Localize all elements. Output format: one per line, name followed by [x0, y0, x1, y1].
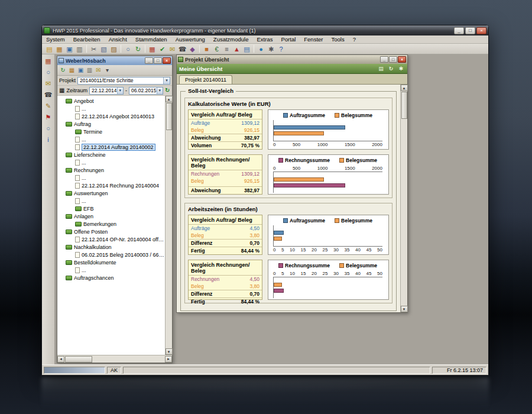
open-icon[interactable]: ▦ — [67, 66, 76, 75]
paste-icon[interactable]: ▨ — [109, 44, 119, 54]
tree-item[interactable]: 22.12.2014 Angebot 20140013 — [57, 112, 165, 120]
menu-item-tools[interactable]: Tools — [327, 35, 349, 44]
phone-icon[interactable]: ☎ — [43, 90, 54, 99]
tree-item[interactable]: Bemerkungen — [57, 220, 165, 228]
tree-item[interactable]: Rechnungen — [57, 166, 165, 174]
tree-item[interactable]: ... — [57, 174, 165, 182]
tree-item[interactable]: EFB — [57, 205, 165, 212]
scroll-left-icon[interactable]: ◄ — [57, 356, 64, 363]
tree-item[interactable]: Lieferscheine — [57, 151, 165, 159]
overview-window-titlebar[interactable]: Projekt Übersicht _ □ × — [177, 55, 407, 64]
print-icon[interactable]: ▥ — [74, 44, 85, 54]
clock-icon[interactable]: ○ — [43, 67, 54, 77]
tree-item[interactable]: Angebot — [57, 97, 165, 105]
close-button[interactable]: × — [476, 27, 486, 34]
scroll-right-icon[interactable]: ► — [165, 356, 172, 363]
chevron-down-icon[interactable]: ▾ — [157, 88, 163, 94]
refresh-icon[interactable]: ↻ — [59, 66, 67, 75]
minimize-button[interactable]: _ — [380, 56, 388, 63]
tree-item[interactable]: 22.12.2014 Auftrag 20140002 — [57, 143, 165, 151]
close-button[interactable]: × — [398, 56, 406, 63]
menu-item-extras[interactable]: Extras — [253, 35, 277, 44]
close-button[interactable]: × — [163, 57, 171, 64]
flag-icon[interactable]: ⚑ — [43, 112, 54, 122]
menu-item-portal[interactable]: Portal — [277, 35, 300, 44]
tasks-icon[interactable]: ✔ — [157, 44, 167, 54]
titlebar[interactable]: HWP 2015 Professional - Das innovative H… — [42, 25, 488, 35]
tree-horizontal-scrollbar[interactable]: ◄ ► — [57, 355, 172, 363]
contacts-icon[interactable]: ◆ — [187, 44, 197, 54]
mail-icon[interactable]: ✉ — [43, 79, 54, 88]
cut-icon[interactable]: ✂ — [89, 44, 99, 54]
overview-scrollbar[interactable]: ▲ ▼ — [400, 85, 407, 312]
menu-item-stammdaten[interactable]: Stammdaten — [131, 35, 171, 44]
scroll-down-icon[interactable]: ▼ — [401, 306, 408, 312]
tree-item[interactable]: Offene Posten — [57, 228, 165, 235]
menu-item-auswertung[interactable]: Auswertung — [171, 35, 209, 44]
tree-item[interactable]: Nachkalkulation — [57, 243, 165, 251]
phone-icon[interactable]: ☎ — [177, 44, 187, 54]
menu-item-fenster[interactable]: Fenster — [300, 35, 327, 44]
date-from-input[interactable]: 22.12.2014 ▾ — [89, 87, 124, 95]
calendar-icon[interactable]: ▦ — [43, 56, 54, 66]
tree-item[interactable]: ... — [57, 197, 165, 205]
project-window-titlebar[interactable]: Weber/Hösbach _ □ × — [57, 56, 172, 65]
chevron-down-icon[interactable]: ▾ — [163, 77, 170, 84]
filter-icon[interactable]: ▾ — [103, 66, 112, 75]
menu-item-system[interactable]: System — [42, 35, 69, 44]
info-icon[interactable]: i — [43, 135, 54, 144]
calendar-icon[interactable]: ▦ — [147, 44, 157, 54]
refresh-icon[interactable]: ↻ — [165, 87, 170, 94]
scroll-up-icon[interactable]: ▲ — [166, 96, 173, 102]
menu-item-?[interactable]: ? — [349, 35, 360, 44]
tree-item[interactable]: ... — [57, 159, 165, 166]
tree-vertical-scrollbar[interactable]: ▲ ▼ — [165, 96, 172, 355]
scrollbar-thumb[interactable] — [65, 356, 92, 363]
mail-icon[interactable]: ✉ — [94, 66, 103, 75]
chart-icon[interactable]: ▲ — [232, 44, 242, 54]
help-icon[interactable]: ? — [276, 44, 286, 54]
tree-item[interactable]: 06.02.2015 Beleg 20140003 / 665,20 EUR — [57, 251, 165, 258]
chevron-down-icon[interactable]: ▾ — [117, 88, 123, 94]
tree-item[interactable]: Anlagen — [57, 212, 165, 220]
tree-item[interactable]: Auswertungen — [57, 189, 165, 197]
tree-item[interactable]: ... — [57, 135, 165, 143]
maximize-button[interactable]: □ — [465, 27, 475, 34]
search-icon[interactable]: ○ — [43, 124, 54, 133]
note-icon[interactable]: ✎ — [43, 101, 54, 111]
open-project-icon[interactable]: ▦ — [54, 44, 64, 54]
save-icon[interactable]: ▣ — [64, 44, 74, 54]
menu-item-zusatzmodule[interactable]: Zusatzmodule — [209, 35, 253, 44]
project-select[interactable]: 20140011/Erste Schritte ▾ — [77, 77, 170, 85]
print-icon[interactable]: ▥ — [85, 66, 94, 75]
minimize-button[interactable]: _ — [454, 27, 464, 34]
new-document-icon[interactable]: ▤ — [44, 44, 54, 54]
documents-icon[interactable]: ▤ — [242, 44, 252, 54]
refresh-icon[interactable]: ↻ — [387, 65, 395, 73]
minimize-button[interactable]: _ — [145, 57, 153, 64]
scroll-up-icon[interactable]: ▲ — [401, 85, 408, 91]
save-icon[interactable]: ▣ — [76, 66, 85, 75]
date-to-input[interactable]: 06.02.2015 ▾ — [129, 87, 163, 95]
maximize-button[interactable]: □ — [389, 56, 397, 63]
refresh-icon[interactable]: ↻ — [133, 44, 143, 54]
menu-item-ansicht[interactable]: Ansicht — [105, 35, 131, 44]
search-icon[interactable]: ○ — [123, 44, 133, 54]
maximize-button[interactable]: □ — [154, 57, 162, 64]
invoice-icon[interactable]: € — [212, 44, 222, 54]
report-icon[interactable]: ▤ — [377, 65, 385, 73]
tree-item[interactable]: 22.12.2014 Rechnung 20140004 — [57, 182, 165, 189]
settings-icon[interactable]: ✱ — [266, 44, 276, 54]
copy-icon[interactable]: ▧ — [99, 44, 109, 54]
tree-item[interactable]: Termine — [57, 128, 165, 135]
scrollbar-thumb[interactable] — [166, 103, 172, 130]
scroll-down-icon[interactable]: ▼ — [166, 348, 173, 355]
calculator-icon[interactable]: ≡ — [222, 44, 232, 54]
globe-icon[interactable]: ● — [256, 44, 266, 54]
articles-icon[interactable]: ■ — [202, 44, 212, 54]
tree-item[interactable]: Auftrag — [57, 120, 165, 128]
menu-item-bearbeiten[interactable]: Bearbeiten — [69, 35, 105, 44]
tab-projekt-20140011[interactable]: Projekt 20140011 — [179, 75, 232, 84]
email-icon[interactable]: ✉ — [167, 44, 177, 54]
settings-icon[interactable]: ✱ — [397, 65, 405, 73]
